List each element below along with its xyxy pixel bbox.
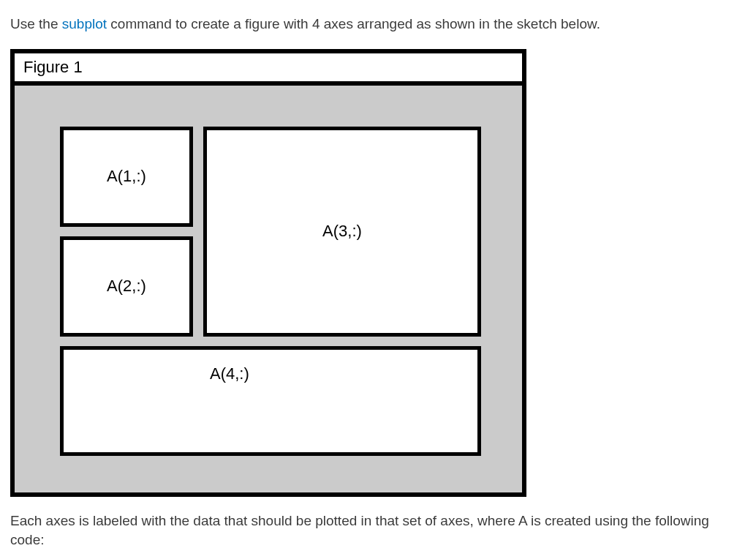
instruction-middle: command to create a figure with 4 axes a… [107, 16, 600, 31]
axes-3: A(3,:) [203, 127, 481, 337]
figure-titlebar: Figure 1 [15, 53, 522, 86]
figure-window: Figure 1 A(1,:) A(2,:) A(3,:) A(4,:) [10, 49, 526, 497]
axes-1: A(1,:) [60, 127, 193, 227]
instruction-text: Use the subplot command to create a figu… [10, 15, 746, 34]
figure-title: Figure 1 [23, 58, 83, 76]
axes-4-label: A(4,:) [210, 364, 249, 383]
caption-text: Each axes is labeled with the data that … [10, 511, 746, 550]
axes-2: A(2,:) [60, 236, 193, 337]
figure-body: A(1,:) A(2,:) A(3,:) A(4,:) [15, 86, 522, 492]
instruction-prefix: Use the [10, 16, 62, 31]
subplot-link[interactable]: subplot [62, 16, 107, 31]
axes-1-label: A(1,:) [107, 167, 146, 186]
axes-2-label: A(2,:) [107, 277, 146, 296]
axes-3-label: A(3,:) [322, 222, 362, 241]
axes-4: A(4,:) [60, 346, 481, 456]
